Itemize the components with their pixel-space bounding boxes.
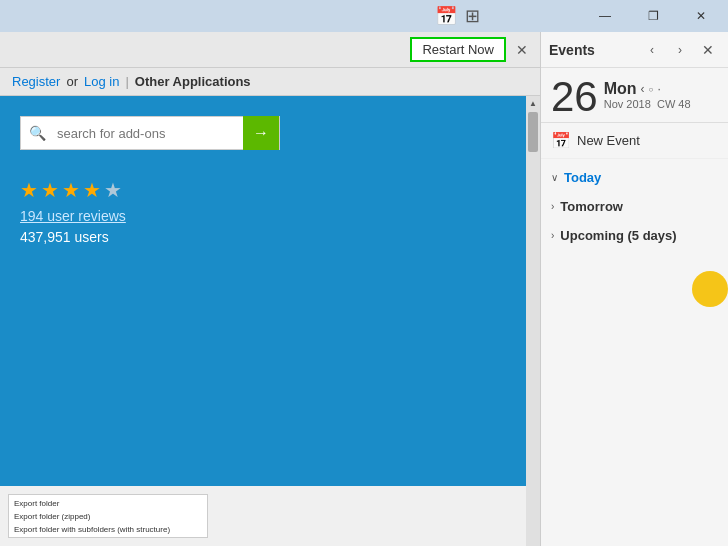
calendar-nav-back[interactable]: ‹ (640, 38, 664, 62)
search-bar: 🔍 → (20, 116, 280, 150)
star-4-half: ★ (83, 178, 101, 202)
tomorrow-chevron: › (551, 201, 554, 212)
tomorrow-header[interactable]: › Tomorrow (551, 196, 718, 217)
calendar-icon[interactable]: 📅 (435, 5, 457, 27)
event-section-upcoming: › Upcoming (5 days) (541, 221, 728, 250)
date-weekday: Mon (604, 80, 637, 98)
browser-nav: Register or Log in | Other Applications (0, 68, 540, 96)
window-frame: 📅 ⊞ — ❐ ✕ Restart Now ✕ Register or Log … (0, 0, 728, 546)
browser-panel: Restart Now ✕ Register or Log in | Other… (0, 32, 540, 546)
yellow-avatar (692, 271, 728, 307)
close-button[interactable]: ✕ (678, 0, 724, 32)
other-apps-link[interactable]: Other Applications (135, 74, 251, 89)
thumbnail-line3: Export folder with subfolders (with stru… (14, 524, 202, 537)
date-nav-right: · (657, 82, 660, 96)
date-number: 26 (551, 76, 598, 118)
calendar-panel: Events ‹ › ✕ 26 Mon ‹ ○ · Nov 2018 CW 48 (540, 32, 728, 546)
upcoming-header[interactable]: › Upcoming (5 days) (551, 225, 718, 246)
calendar-title: Events (549, 42, 636, 58)
date-nav-left[interactable]: ‹ (641, 82, 645, 96)
title-bar: 📅 ⊞ — ❐ ✕ (0, 0, 728, 32)
restart-now-button[interactable]: Restart Now (410, 37, 506, 62)
maximize-button[interactable]: ❐ (630, 0, 676, 32)
notification-close-button[interactable]: ✕ (512, 40, 532, 60)
thumbnail-box: Export folder Export folder (zipped) Exp… (8, 494, 208, 538)
search-icon: 🔍 (21, 116, 53, 150)
new-event-label: New Event (577, 133, 640, 148)
star-3: ★ (62, 178, 80, 202)
scrollbar-track[interactable]: ▲ (526, 96, 540, 546)
scroll-up-arrow[interactable]: ▲ (526, 96, 540, 110)
date-display: 26 Mon ‹ ○ · Nov 2018 CW 48 (541, 68, 728, 123)
register-link[interactable]: Register (12, 74, 60, 89)
login-link[interactable]: Log in (84, 74, 119, 89)
today-title: Today (564, 170, 601, 185)
tomorrow-title: Tomorrow (560, 199, 623, 214)
calendar-nav-forward[interactable]: › (668, 38, 692, 62)
calendar-close-button[interactable]: ✕ (696, 38, 720, 62)
scrollbar-thumb[interactable] (528, 112, 538, 152)
thumbnail-line2: Export folder (zipped) (14, 511, 202, 524)
calendar-header: Events ‹ › ✕ (541, 32, 728, 68)
date-month-year: Nov 2018 CW 48 (604, 98, 691, 110)
event-section-tomorrow: › Tomorrow (541, 192, 728, 221)
star-1: ★ (20, 178, 38, 202)
nav-divider: | (125, 74, 128, 89)
event-section-today: ∨ Today (541, 163, 728, 192)
minimize-button[interactable]: — (582, 0, 628, 32)
reviews-link[interactable]: 194 user reviews (20, 208, 520, 224)
star-5-empty: ★ (104, 178, 122, 202)
events-list: ∨ Today › Tomorrow › Upcoming (5 days) (541, 159, 728, 546)
upcoming-chevron: › (551, 230, 554, 241)
notification-bar: Restart Now ✕ (0, 32, 540, 68)
thumbnail-line1: Export folder (14, 498, 202, 511)
stars-row: ★ ★ ★ ★ ★ (20, 178, 520, 202)
date-weekday-row: Mon ‹ ○ · (604, 80, 691, 98)
nav-links: Register or Log in | Other Applications (12, 74, 251, 89)
new-event-row[interactable]: 📅 New Event (541, 123, 728, 159)
today-chevron: ∨ (551, 172, 558, 183)
new-event-icon: 📅 (551, 131, 571, 150)
date-circle-dot: ○ (649, 85, 654, 94)
addon-content: 🔍 → ★ ★ ★ ★ ★ 194 user reviews (0, 96, 540, 266)
grid-icon[interactable]: ⊞ (465, 5, 480, 27)
date-details: Mon ‹ ○ · Nov 2018 CW 48 (604, 76, 691, 110)
upcoming-title: Upcoming (5 days) (560, 228, 676, 243)
users-count: 437,951 users (20, 229, 109, 245)
today-header[interactable]: ∨ Today (551, 167, 718, 188)
main-content: Restart Now ✕ Register or Log in | Other… (0, 32, 728, 546)
search-input[interactable] (53, 126, 243, 141)
nav-or: or (66, 74, 78, 89)
thumbnail-area: Export folder Export folder (zipped) Exp… (0, 486, 526, 546)
browser-body: ▲ 🔍 → ★ ★ ★ ★ (0, 96, 540, 546)
star-2: ★ (41, 178, 59, 202)
title-bar-controls: 📅 ⊞ — ❐ ✕ (435, 0, 724, 32)
search-button[interactable]: → (243, 116, 279, 150)
